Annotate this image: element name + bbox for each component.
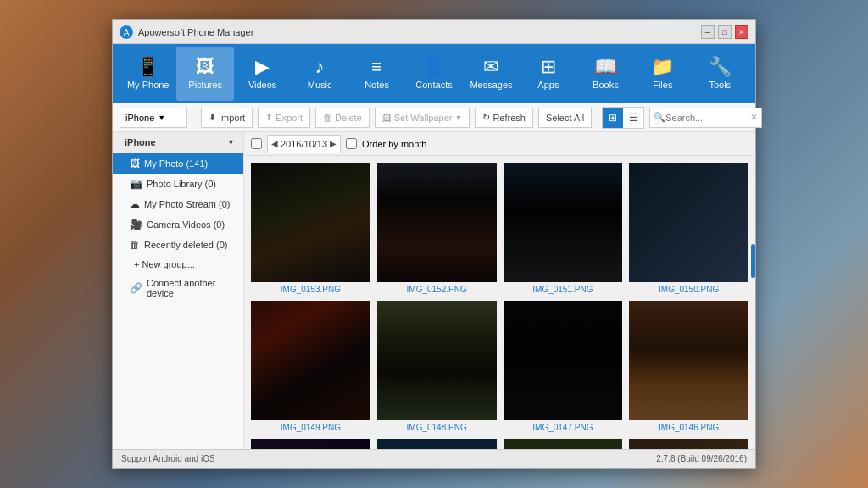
toolbar-item-messages[interactable]: ✉ Messages — [463, 47, 520, 101]
refresh-icon: ↻ — [482, 112, 490, 123]
maximize-button[interactable]: □ — [718, 25, 732, 39]
photo-item[interactable]: IMG_0152.PNG — [377, 163, 497, 294]
window-controls: ─ □ ✕ — [701, 25, 748, 39]
photo-item[interactable]: IMG_0153.PNG — [251, 163, 370, 294]
minimize-button[interactable]: ─ — [701, 25, 715, 39]
refresh-button[interactable]: ↻ Refresh — [475, 108, 533, 128]
sidebar-device[interactable]: iPhone ▼ — [113, 132, 243, 153]
export-icon: ⬆ — [265, 112, 273, 123]
camera-videos-icon: 🎥 — [130, 219, 142, 230]
import-button[interactable]: ⬇ Import — [201, 108, 253, 128]
search-input[interactable] — [665, 113, 750, 123]
app-window: A Apowersoft Phone Manager ─ □ ✕ 📱 My Ph… — [112, 19, 756, 469]
status-right: 2.7.8 (Build 09/26/2016) — [656, 454, 747, 463]
select-all-button[interactable]: Select All — [538, 108, 592, 128]
toolbar: 📱 My Phone 🖼 Pictures ▶ Videos ♪ Music ≡… — [113, 44, 755, 103]
photo-label: IMG_0152.PNG — [407, 285, 467, 294]
sidebar-item-my-photo[interactable]: 🖼 My Photo (141) — [113, 153, 243, 174]
photo-library-icon: 📷 — [130, 178, 142, 190]
pictures-label: Pictures — [188, 80, 222, 90]
order-month-checkbox[interactable] — [346, 138, 357, 149]
photo-item[interactable]: IMG_0151.PNG — [504, 163, 623, 294]
toolbar-item-videos[interactable]: ▶ Videos — [234, 47, 291, 101]
sidebar-item-connect-device[interactable]: 🔗 Connect another device — [113, 274, 243, 302]
scroll-indicator[interactable] — [751, 244, 755, 278]
toolbar-item-music[interactable]: ♪ Music — [291, 47, 348, 101]
photo-label: IMG_0147.PNG — [532, 423, 593, 432]
photo-label: IMG_0146.PNG — [659, 423, 719, 432]
photo-thumbnail — [251, 301, 370, 420]
my-photo-stream-label: My Photo Stream (0) — [144, 199, 230, 209]
search-clear-icon[interactable]: ✕ — [750, 112, 758, 123]
set-wallpaper-button[interactable]: 🖼 Set Wallpaper ▼ — [375, 108, 470, 128]
my-photo-label: My Photo (141) — [144, 158, 208, 169]
delete-icon: 🗑 — [323, 113, 332, 123]
sidebar-item-my-photo-stream[interactable]: ☁ My Photo Stream (0) — [113, 194, 243, 214]
files-label: Files — [653, 80, 672, 90]
toolbar-item-notes[interactable]: ≡ Notes — [348, 47, 405, 101]
device-dropdown[interactable]: iPhone ▼ — [120, 108, 187, 128]
chevron-down-icon: ▼ — [158, 114, 165, 122]
photo-label: IMG_0153.PNG — [281, 285, 341, 294]
apps-label: Apps — [537, 80, 559, 90]
photo-item[interactable]: IMG_0146.PNG — [629, 301, 748, 432]
apps-icon: ⊞ — [541, 58, 556, 76]
toolbar-item-contacts[interactable]: 👤 Contacts — [405, 47, 462, 101]
search-icon: 🔍 — [654, 112, 665, 123]
music-label: Music — [308, 80, 332, 90]
sidebar-item-photo-library[interactable]: 📷 Photo Library (0) — [113, 174, 243, 194]
toolbar-item-pictures[interactable]: 🖼 Pictures — [176, 47, 233, 101]
main-content: iPhone ▼ 🖼 My Photo (141) 📷 Photo Librar… — [113, 132, 755, 449]
photo-thumbnail — [251, 439, 370, 450]
photo-item[interactable]: IMG_0142.PNG — [629, 439, 748, 450]
photo-thumbnail — [504, 163, 623, 282]
chevron-icon: ▼ — [454, 114, 462, 122]
list-view-button[interactable]: ☰ — [623, 108, 643, 128]
photo-label: IMG_0149.PNG — [281, 423, 341, 432]
grid-view-button[interactable]: ⊞ — [603, 108, 623, 128]
photo-thumbnail — [377, 163, 497, 282]
view-toggle: ⊞ ☰ — [602, 107, 644, 129]
title-bar: A Apowersoft Phone Manager ─ □ ✕ — [113, 20, 755, 44]
toolbar-item-tools[interactable]: 🔧 Tools — [692, 47, 748, 101]
photo-item[interactable]: IMG_0143.PNG — [504, 439, 623, 450]
date-value: 2016/10/13 — [281, 139, 327, 149]
toolbar-item-apps[interactable]: ⊞ Apps — [520, 47, 576, 101]
delete-button[interactable]: 🗑 Delete — [315, 108, 370, 128]
date-navigator: ◀ 2016/10/13 ▶ — [267, 135, 341, 153]
date-next-button[interactable]: ▶ — [330, 139, 337, 148]
photo-item[interactable]: IMG_0150.PNG — [629, 163, 748, 294]
sidebar-item-new-group[interactable]: + New group... — [113, 255, 243, 274]
photo-thumbnail — [629, 301, 748, 420]
photo-item[interactable]: IMG_0148.PNG — [377, 301, 497, 432]
app-logo: A — [120, 25, 133, 39]
close-button[interactable]: ✕ — [735, 25, 748, 39]
sidebar-item-camera-videos[interactable]: 🎥 Camera Videos (0) — [113, 214, 243, 235]
contacts-label: Contacts — [415, 80, 452, 90]
toolbar-item-my-phone[interactable]: 📱 My Phone — [120, 47, 176, 101]
status-left: Support Android and iOS — [121, 454, 215, 463]
photo-item[interactable]: IMG_0144.PNG — [377, 439, 497, 450]
date-prev-button[interactable]: ◀ — [271, 139, 278, 148]
tools-label: Tools — [709, 80, 731, 90]
status-bar: Support Android and iOS 2.7.8 (Build 09/… — [113, 449, 755, 468]
sidebar-item-recently-deleted[interactable]: 🗑 Recently deleted (0) — [113, 235, 243, 255]
contacts-icon: 👤 — [422, 58, 445, 76]
date-checkbox[interactable] — [251, 138, 262, 149]
photo-item[interactable]: IMG_0145.PNG — [251, 439, 370, 450]
export-button[interactable]: ⬆ Export — [258, 108, 310, 128]
photo-thumbnail — [377, 301, 497, 420]
photo-content: ◀ 2016/10/13 ▶ Order by month IMG_0153.P… — [244, 132, 755, 449]
pictures-icon: 🖼 — [196, 58, 214, 76]
photo-thumbnail — [629, 163, 748, 282]
photo-item[interactable]: IMG_0147.PNG — [504, 301, 623, 432]
photo-item[interactable]: IMG_0149.PNG — [251, 301, 370, 432]
sidebar-device-name: iPhone — [125, 137, 156, 147]
order-month-label: Order by month — [362, 139, 426, 149]
photo-thumbnail — [504, 439, 623, 450]
toolbar-item-books[interactable]: 📖 Books — [577, 47, 634, 101]
toolbar-item-files[interactable]: 📁 Files — [634, 47, 691, 101]
notes-label: Notes — [364, 80, 389, 90]
photo-thumbnail — [377, 439, 497, 450]
wallpaper-icon: 🖼 — [382, 113, 392, 123]
